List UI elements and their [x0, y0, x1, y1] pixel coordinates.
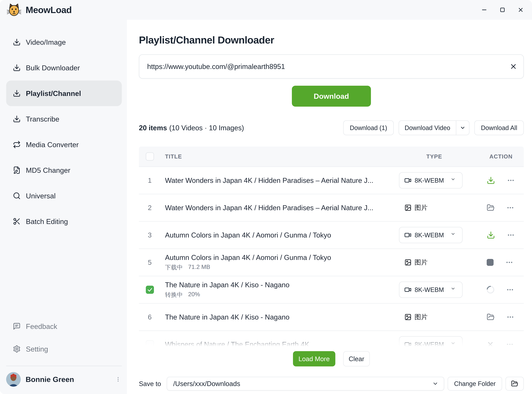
- sidebar-item-media-converter[interactable]: Media Converter: [6, 132, 122, 157]
- chevron-icon: [451, 341, 458, 348]
- column-header-title: TITLE: [165, 153, 182, 160]
- sidebar-item-label: Setting: [26, 345, 48, 353]
- ellipsis-icon[interactable]: [506, 204, 514, 212]
- minimize-button[interactable]: [481, 6, 488, 13]
- select-all-checkbox[interactable]: [146, 152, 154, 161]
- format-select[interactable]: 8K-WEBM: [399, 227, 463, 243]
- items-summary: 20 items (10 Videos · 10 Images): [139, 124, 244, 132]
- folder-icon[interactable]: [487, 204, 495, 212]
- format-label: 8K-WEBM: [415, 286, 444, 293]
- url-input[interactable]: [139, 54, 524, 78]
- type-label: 图片: [415, 313, 428, 321]
- image-icon: [404, 204, 412, 211]
- row-checkbox-checked[interactable]: [146, 286, 154, 294]
- video-icon: [404, 177, 412, 184]
- repeat-icon: [13, 141, 21, 149]
- type-image-badge: 图片: [399, 258, 480, 267]
- load-more-button[interactable]: Load More: [293, 351, 335, 366]
- format-select[interactable]: 8K-WEBM: [399, 282, 463, 298]
- message-icon: [13, 322, 21, 330]
- sidebar-divider: [6, 366, 122, 366]
- sidebar-item-playlist-channel[interactable]: Playlist/Channel: [6, 81, 122, 106]
- table-row: Whispers of Nature / The Enchanting Eart…: [139, 331, 524, 348]
- folder-icon[interactable]: [487, 313, 495, 321]
- row-status: 转换中: [165, 291, 183, 299]
- sidebar-item-universal[interactable]: Universal: [6, 183, 122, 209]
- sidebar-footer-nav: FeedbackSetting: [0, 315, 127, 360]
- chevron-icon: [451, 177, 458, 184]
- table-row: The Nature in Japan 4K / Kiso - Nagano转换…: [139, 276, 524, 304]
- row-status-line: 转换中20%: [165, 291, 399, 299]
- download-icon: [13, 38, 21, 46]
- x-icon[interactable]: [487, 341, 494, 348]
- image-icon: [404, 259, 412, 266]
- ellipsis-icon[interactable]: [505, 259, 513, 266]
- gear-icon: [13, 345, 21, 353]
- sidebar-item-label: Bulk Downloader: [26, 64, 80, 72]
- user-menu-kebab-icon[interactable]: [115, 374, 122, 384]
- maximize-button[interactable]: [499, 6, 506, 13]
- download-button[interactable]: Download: [292, 86, 371, 107]
- download-icon[interactable]: [487, 176, 495, 185]
- download-toolbar: Download (1) Download Video Download All: [343, 120, 524, 135]
- change-folder-button[interactable]: Change Folder: [448, 377, 502, 391]
- format-label: 8K-WEBM: [415, 177, 444, 184]
- download-video-button[interactable]: Download Video: [399, 121, 456, 135]
- sidebar-item-bulk-downloader[interactable]: Bulk Downloader: [6, 55, 122, 81]
- folder-open-icon: [511, 380, 518, 387]
- save-to-label: Save to: [139, 380, 161, 388]
- user-name: Bonnie Green: [26, 375, 110, 384]
- row-title: Water Wonders in Japan 4K / Hidden Parad…: [165, 204, 399, 212]
- chevron-down-icon: [432, 381, 438, 387]
- open-folder-button[interactable]: [506, 377, 524, 391]
- row-status-line: 下载中71.2 MB: [165, 264, 399, 271]
- format-label: 8K-WEBM: [415, 232, 444, 239]
- app-brand: MeowLoad: [7, 3, 72, 17]
- sidebar-item-md5-changer[interactable]: MD5 Changer: [6, 157, 122, 183]
- format-select[interactable]: 8K-WEBM: [399, 336, 463, 348]
- video-icon: [404, 232, 412, 238]
- column-header-type: TYPE: [399, 153, 442, 160]
- download-icon[interactable]: [487, 231, 495, 239]
- sidebar-item-video-image[interactable]: Video/Image: [6, 29, 122, 55]
- row-index: 1: [148, 176, 152, 184]
- table-row: 1Water Wonders in Japan 4K / Hidden Para…: [139, 167, 524, 194]
- ellipsis-icon[interactable]: [507, 176, 515, 184]
- clear-input-icon[interactable]: [510, 62, 517, 70]
- table-row: 5Autumn Colors in Japan 4K / Aomori / Gu…: [139, 249, 524, 276]
- avatar: [6, 372, 21, 387]
- clear-list-button[interactable]: Clear: [343, 351, 370, 366]
- row-index: 6: [148, 313, 152, 321]
- items-detail: (10 Videos · 10 Images): [169, 124, 244, 132]
- app-title: MeowLoad: [26, 5, 72, 15]
- download-selected-button[interactable]: Download (1): [343, 120, 394, 135]
- sidebar-item-transcribe[interactable]: Transcribe: [6, 106, 122, 132]
- row-checkbox[interactable]: [146, 340, 154, 348]
- ellipsis-icon[interactable]: [507, 231, 515, 239]
- row-index: 5: [148, 259, 152, 266]
- sidebar-item-label: Playlist/Channel: [26, 89, 81, 98]
- table-row: 3Autumn Colors in Japan 4K / Aomori / Gu…: [139, 222, 524, 249]
- save-path-select[interactable]: /Users/xxx/Downloads: [167, 377, 444, 391]
- format-select[interactable]: 8K-WEBM: [399, 172, 463, 188]
- table-body: 1Water Wonders in Japan 4K / Hidden Para…: [139, 167, 524, 348]
- type-image-badge: 图片: [399, 313, 480, 321]
- ellipsis-icon[interactable]: [506, 313, 514, 321]
- row-title: Whispers of Nature / The Enchanting Eart…: [165, 340, 399, 348]
- sidebar-item-feedback[interactable]: Feedback: [6, 315, 122, 338]
- close-button[interactable]: [517, 6, 524, 13]
- row-title: Autumn Colors in Japan 4K / Aomori / Gun…: [165, 253, 399, 262]
- download-all-button[interactable]: Download All: [474, 120, 524, 135]
- ellipsis-icon[interactable]: [506, 286, 514, 294]
- type-label: 图片: [415, 258, 428, 267]
- stop-button[interactable]: [487, 259, 494, 266]
- row-status: 下载中: [165, 264, 183, 271]
- ellipsis-icon[interactable]: [506, 340, 514, 348]
- sidebar-item-setting[interactable]: Setting: [6, 338, 122, 360]
- sidebar-item-batch-editing[interactable]: Batch Editing: [6, 209, 122, 234]
- sidebar-nav: Video/ImageBulk DownloaderPlaylist/Chann…: [0, 29, 127, 234]
- image-icon: [404, 313, 412, 321]
- download-video-menu-button[interactable]: [456, 121, 469, 135]
- main-content: Playlist/Channel Downloader Download 20 …: [127, 20, 532, 394]
- sidebar-item-label: Transcribe: [26, 115, 59, 123]
